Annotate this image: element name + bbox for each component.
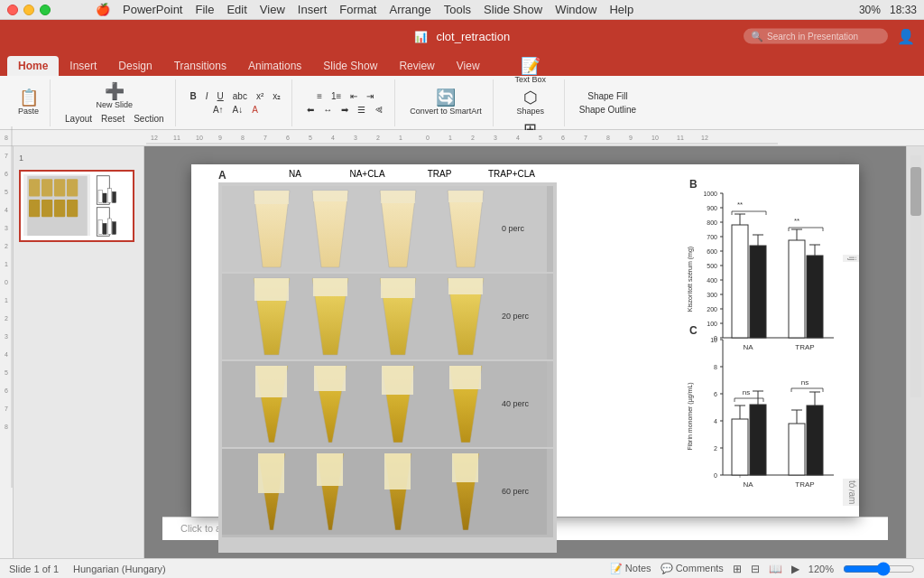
align-right-button[interactable]: ➡	[337, 104, 352, 116]
italic-button[interactable]: I	[202, 90, 212, 102]
tab-home[interactable]: Home	[7, 56, 59, 76]
slide-sorter-button[interactable]: ⊟	[751, 563, 760, 575]
close-button[interactable]	[7, 5, 18, 15]
menu-powerpoint[interactable]: PowerPoint	[123, 3, 182, 16]
svg-text:6: 6	[714, 391, 717, 397]
textbox-button[interactable]: 📝 Text Box	[512, 56, 550, 86]
svg-text:1: 1	[399, 135, 402, 141]
main-area: 8 7 6 5 4 3 2 1 0 1 2 3 4 5 6 7 8 1	[0, 146, 924, 558]
menu-file[interactable]: File	[195, 3, 214, 16]
svg-text:1000: 1000	[703, 191, 717, 197]
slideshow-button[interactable]: ▶	[791, 563, 799, 575]
columns-button[interactable]: ⫷	[371, 104, 387, 116]
svg-text:3: 3	[354, 135, 357, 141]
section-button[interactable]: Section	[130, 113, 167, 125]
bullet-list-button[interactable]: ≡	[313, 90, 326, 102]
svg-rect-127	[732, 225, 748, 338]
menu-edit[interactable]: Edit	[226, 3, 246, 16]
reading-view-button[interactable]: 📖	[769, 563, 782, 575]
svg-rect-85	[255, 366, 287, 397]
menu-insert[interactable]: Insert	[298, 3, 328, 16]
maximize-button[interactable]	[40, 5, 51, 15]
numbered-list-button[interactable]: 1≡	[328, 90, 345, 102]
notes-button[interactable]: 📝 Notes	[610, 563, 651, 574]
font-color-button[interactable]: A	[248, 104, 262, 116]
smartart-icon: 🔄	[436, 89, 456, 106]
svg-text:6: 6	[5, 387, 8, 394]
minimize-button[interactable]	[23, 5, 34, 15]
shape-outline-button[interactable]: Shape Outline	[576, 104, 640, 116]
menu-format[interactable]: Format	[339, 3, 376, 16]
bold-button[interactable]: B	[187, 90, 200, 102]
shape-fill-button[interactable]: Shape Fill	[584, 90, 631, 102]
svg-text:9: 9	[218, 135, 222, 141]
vertical-scrollbar[interactable]	[910, 155, 921, 397]
svg-rect-61	[107, 219, 111, 235]
column-headers: NA NA+CLA TRAP TRAP+CLA	[259, 169, 566, 179]
slide-thumbnail[interactable]	[19, 170, 134, 242]
superscript-button[interactable]: x²	[253, 90, 267, 102]
underline-button[interactable]: U	[214, 90, 227, 102]
slide-info: Slide 1 of 1	[9, 564, 59, 574]
shapes-button[interactable]: ⬡ Shapes	[513, 88, 549, 117]
decrease-indent-button[interactable]: ⇤	[346, 90, 361, 102]
canvas-area[interactable]: A NA NA+CLA TRAP TRAP+CLA	[144, 146, 906, 558]
menu-tools[interactable]: Tools	[444, 3, 471, 16]
increase-indent-button[interactable]: ⇥	[363, 90, 377, 102]
notes-icon: 📝	[610, 563, 623, 573]
comments-button[interactable]: 💬 Comments	[661, 563, 724, 574]
tab-insert[interactable]: Insert	[59, 56, 107, 76]
svg-text:10: 10	[710, 337, 717, 343]
align-left-button[interactable]: ⬅	[303, 104, 318, 116]
menu-help[interactable]: Help	[609, 3, 633, 16]
svg-text:3: 3	[5, 225, 8, 231]
font-size-increase[interactable]: A↑	[209, 104, 227, 116]
tab-review[interactable]: Review	[388, 56, 445, 76]
svg-rect-81	[448, 278, 483, 294]
menu-window[interactable]: Window	[555, 3, 596, 16]
svg-rect-56	[107, 189, 111, 203]
svg-rect-164	[732, 419, 748, 475]
svg-rect-60	[103, 223, 106, 234]
tab-slideshow[interactable]: Slide Show	[312, 56, 388, 76]
convert-smartart-button[interactable]: 🔄 Convert to SmartArt	[406, 88, 485, 117]
svg-rect-47	[54, 179, 65, 196]
svg-text:7: 7	[263, 135, 267, 141]
comments-label: Comments	[676, 563, 724, 573]
subscript-button[interactable]: x₂	[269, 90, 284, 102]
tab-design[interactable]: Design	[107, 56, 162, 76]
right-side-text: ij	[843, 255, 859, 262]
slide-options: Layout Reset Section	[61, 113, 168, 125]
reset-button[interactable]: Reset	[97, 113, 128, 125]
strikethrough-button[interactable]: abc	[229, 90, 251, 102]
font-size-decrease[interactable]: A↓	[229, 104, 247, 116]
svg-text:1: 1	[5, 261, 8, 267]
traffic-lights[interactable]	[7, 5, 51, 15]
svg-text:5: 5	[5, 369, 8, 376]
paste-button[interactable]: 📋 Paste	[14, 88, 42, 117]
search-bar[interactable]: 🔍 Search in Presentation	[744, 29, 888, 44]
align-center-button[interactable]: ↔	[319, 104, 336, 116]
new-slide-button[interactable]: ➕ New Slide	[93, 81, 137, 111]
justify-button[interactable]: ☰	[354, 104, 369, 116]
svg-text:TRAP: TRAP	[795, 480, 814, 489]
menu-slideshow[interactable]: Slide Show	[484, 3, 542, 16]
zoom-slider[interactable]	[843, 562, 915, 576]
svg-text:ns: ns	[743, 388, 750, 396]
tab-view[interactable]: View	[446, 56, 491, 76]
scrollbar-thumb[interactable]	[910, 167, 921, 216]
menu-arrange[interactable]: Arrange	[389, 3, 430, 16]
layout-button[interactable]: Layout	[61, 113, 96, 125]
new-slide-icon: ➕	[105, 83, 125, 99]
svg-rect-89	[382, 366, 413, 395]
user-icon[interactable]: 👤	[897, 28, 915, 45]
normal-view-button[interactable]: ⊞	[733, 563, 742, 575]
menu-view[interactable]: View	[260, 3, 285, 16]
menu-apple[interactable]: 🍎	[96, 3, 110, 16]
clipboard-group: 📋 Paste	[7, 79, 51, 126]
tube-row-20perc: 20 perc	[222, 274, 553, 359]
tab-transitions[interactable]: Transitions	[163, 56, 237, 76]
tab-animations[interactable]: Animations	[237, 56, 312, 76]
new-slide-label: New Slide	[97, 100, 134, 109]
svg-rect-138	[789, 240, 805, 338]
